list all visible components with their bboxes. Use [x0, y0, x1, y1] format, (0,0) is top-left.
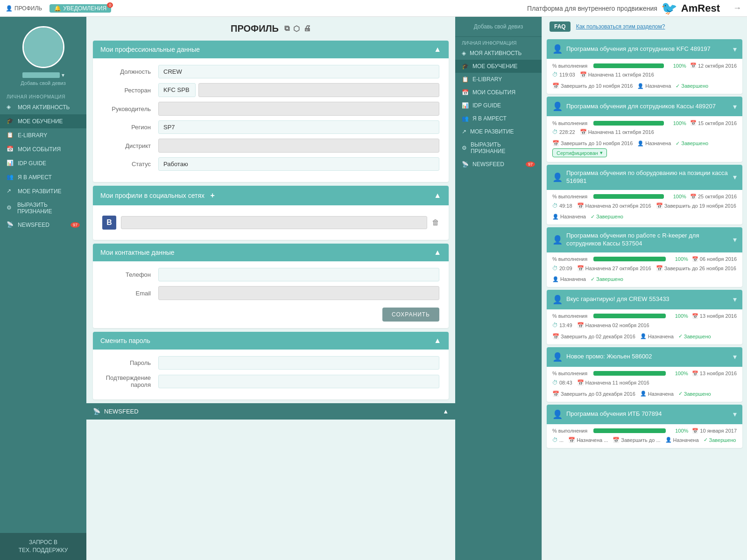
sidebar-item-recognition[interactable]: ⚙ ВЫРАЗИТЬ ПРИЗНАНИЕ — [0, 198, 86, 218]
save-btn[interactable]: СОХРАНИТЬ — [382, 308, 439, 322]
manager-value — [158, 102, 439, 116]
training-card-4-body: % выполнения 100% 📅 06 ноября 2016 ⏱ — [547, 252, 742, 287]
print-icon[interactable]: 🖨 — [303, 24, 311, 33]
sidebar-item-learning[interactable]: 🎓 МОЕ ОБУЧЕНИЕ — [0, 114, 86, 128]
user-icon: 👤 — [6, 5, 13, 12]
middle-item-elibrary[interactable]: 📋 E-LIBRARY — [455, 73, 542, 86]
progress-bar-fill-5 — [593, 314, 666, 318]
social-section-body: B 🗑 — [93, 205, 449, 240]
deadline-info-1: 📅 Завершить до 10 ноября 2016 — [552, 83, 633, 89]
social-section-header[interactable]: Мои профили в социальных сетях + ▲ — [93, 186, 449, 205]
sidebar-item-newsfeed[interactable]: 📡 NEWSFEED 97 — [0, 218, 86, 232]
middle-item-idpguide[interactable]: 📊 IDP GUIDE — [455, 99, 542, 112]
expand-icon[interactable]: ⧉ — [284, 24, 289, 33]
sidebar-item-idpguide[interactable]: 📊 IDP GUIDE — [0, 156, 86, 170]
newsfeed-bar[interactable]: 📡 NEWSFEED ▲ — [86, 403, 455, 420]
dropdown-icon[interactable]: ▾ — [62, 72, 64, 78]
middle-item-development[interactable]: ↗ МОЕ РАЗВИТИЕ — [455, 125, 542, 138]
training-card-4-header[interactable]: 👤 Программа обучения по работе с R-keepe… — [547, 227, 742, 252]
notif-badge: 0 — [107, 2, 113, 8]
completed-info-1: ✓ Завершено — [676, 83, 708, 89]
training-card-5-header[interactable]: 👤 Вкус гарантирую! для CREW 553433 ▾ — [547, 290, 742, 309]
password-section-header[interactable]: Сменить пароль ▲ — [93, 332, 449, 350]
social-row: B 🗑 — [102, 212, 439, 233]
training-card-3-header[interactable]: 👤 Программа обучения по оборудованию на … — [547, 165, 742, 190]
deadline-icon-3: 📅 — [656, 203, 663, 209]
training-card-2-header[interactable]: 👤 Программа обучения для сотрудников Кас… — [547, 97, 742, 116]
support-btn[interactable]: ЗАПРОС В ТЕХ. ПОДДЕРЖКУ — [0, 533, 86, 560]
share-icon[interactable]: ⬡ — [293, 24, 300, 33]
training-card-5-body: % выполнения 100% 📅 13 ноября 2016 ⏱ — [547, 309, 742, 344]
training-card-6: 👤 Новое промо: Жюльен 586002 ▾ % выполне… — [547, 347, 742, 402]
avatar-area: ▾ Добавь свой девиз — [0, 17, 86, 91]
sidebar-motto[interactable]: Добавь свой девиз — [21, 80, 66, 86]
professional-section-header[interactable]: Мои профессиональные данные ▲ — [93, 41, 449, 58]
time-info-3: ⏱ 49:18 — [552, 203, 572, 209]
notifications-btn[interactable]: 🔔 УВЕДОМЛЕНИЯ 0 — [49, 4, 111, 13]
middle-item-learning[interactable]: 🎓 МОЕ ОБУЧЕНИЕ — [455, 60, 542, 73]
phone-input[interactable] — [158, 268, 439, 281]
middle-item-recognition[interactable]: ⚙ ВЫРАЗИТЬ ПРИЗНАНИЕ — [455, 138, 542, 158]
sidebar-item-elibrary[interactable]: 📋 E-LIBRARY — [0, 128, 86, 142]
person-icon-2: 👤 — [637, 140, 644, 147]
training-card-4-title: Программа обучения по работе с R-keeper … — [566, 232, 729, 248]
training-card-1-header[interactable]: 👤 Программа обучения для сотрудников KFC… — [547, 39, 742, 59]
progress-date-2: 📅 15 октября 2016 — [690, 120, 737, 126]
confirm-password-input[interactable] — [158, 375, 439, 388]
progress-pct-6: 100% — [669, 371, 688, 376]
person-icon-3: 👤 — [552, 214, 559, 220]
faq-btn[interactable]: FAQ — [550, 21, 571, 32]
training-card-7-header[interactable]: 👤 Программа обучения ИТБ 707894 ▾ — [547, 405, 742, 424]
sidebar-item-label: Я В АМРЕСТ — [18, 174, 52, 181]
professional-section: Мои профессиональные данные ▲ Должность … — [93, 41, 449, 182]
center-content: ПРОФИЛЬ ⧉ ⬡ 🖨 Мои профессиональные данны… — [86, 17, 455, 560]
sidebar-item-activity[interactable]: ◈ МОЯ АКТИВНОСТЬ — [0, 100, 86, 114]
progress-bar-bg-1 — [593, 63, 664, 68]
sidebar-item-development[interactable]: ↗ МОЕ РАЗВИТИЕ — [0, 184, 86, 198]
social-add-btn[interactable]: + — [207, 190, 218, 201]
email-value[interactable] — [158, 286, 439, 300]
assign-icon-3: 📅 — [577, 203, 584, 209]
sidebar-item-label: IDP GUIDE — [18, 160, 46, 167]
social-delete-icon[interactable]: 🗑 — [432, 218, 439, 227]
status-label: Статус — [102, 161, 158, 168]
user-name-blurred — [22, 72, 60, 78]
sidebar-item-label: МОЕ ОБУЧЕНИЕ — [18, 118, 63, 125]
middle-item-events[interactable]: 📅 МОИ СОБЫТИЯ — [455, 86, 542, 99]
mid-events-icon: 📅 — [462, 89, 469, 96]
progress-label-3: % выполнения — [552, 194, 590, 199]
training-card-6-header[interactable]: 👤 Новое промо: Жюльен 586002 ▾ — [547, 347, 742, 367]
date-icon-2: 📅 — [690, 120, 697, 126]
check-icon-2: ✓ — [676, 140, 680, 147]
middle-item-activity[interactable]: ◈ МОЯ АКТИВНОСТЬ — [455, 47, 542, 60]
social-chevron-icon: ▲ — [434, 191, 441, 200]
faq-link[interactable]: Как пользоваться этим разделом? — [576, 23, 665, 30]
person-info-3: 👤 Назначена — [552, 214, 586, 220]
progress-bar-bg-3 — [593, 194, 664, 199]
password-input[interactable] — [158, 356, 439, 370]
manager-row: Руководитель — [102, 102, 439, 116]
training-card-3: 👤 Программа обучения по оборудованию на … — [547, 165, 742, 224]
social-link[interactable] — [121, 216, 427, 229]
professional-chevron-icon: ▲ — [434, 45, 441, 54]
progress-pct-3: 100% — [668, 194, 686, 199]
contacts-section-header[interactable]: Мои контактные данные ▲ — [93, 244, 449, 261]
platform-subtitle: Платформа для внутреннего продвижения — [527, 5, 657, 12]
notifications-label: УВЕДОМЛЕНИЯ — [63, 5, 106, 12]
logout-icon[interactable]: → — [733, 3, 741, 13]
sidebar-item-inamrest[interactable]: 👥 Я В АМРЕСТ — [0, 170, 86, 184]
middle-motto[interactable]: Добавь свой девиз — [455, 17, 542, 37]
restaurant-row: Ресторан KFC SPB — [102, 83, 439, 97]
support-label: ЗАПРОС В ТЕХ. ПОДДЕРЖКУ — [19, 539, 68, 553]
contacts-section: Мои контактные данные ▲ Телефон Email СО… — [93, 244, 449, 328]
middle-item-inamrest[interactable]: 👥 Я В АМРЕСТ — [455, 112, 542, 125]
progress-label-7: % выполнения — [552, 428, 590, 434]
profile-link[interactable]: 👤 ПРОФИЛЬ — [6, 5, 42, 12]
progress-date-1: 📅 12 октября 2016 — [690, 63, 737, 69]
email-label: Email — [102, 290, 158, 297]
certified-badge-2[interactable]: Сертифицирован ▾ — [552, 148, 607, 157]
middle-item-newsfeed[interactable]: 📡 NEWSFEED 97 — [455, 158, 542, 171]
mid-item-label: ВЫРАЗИТЬ ПРИЗНАНИЕ — [471, 141, 535, 154]
sidebar-item-label: ВЫРАЗИТЬ ПРИЗНАНИЕ — [17, 202, 80, 215]
sidebar-item-events[interactable]: 📅 МОИ СОБЫТИЯ — [0, 142, 86, 156]
